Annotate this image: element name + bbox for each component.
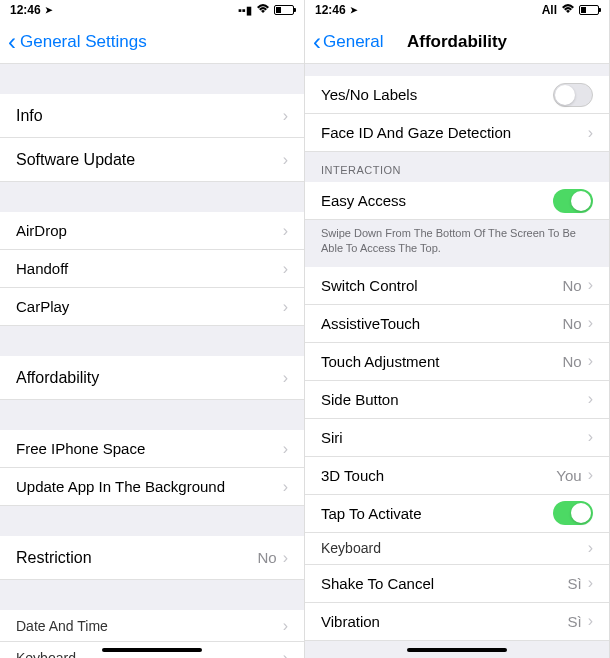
row-value: No <box>257 549 276 566</box>
toggle-easy-access[interactable] <box>553 189 593 213</box>
row-label: Siri <box>321 429 588 446</box>
row-assistive-touch[interactable]: AssistiveTouch No › <box>305 305 609 343</box>
back-button[interactable]: ‹ General Settings <box>8 28 147 56</box>
location-icon: ➤ <box>350 5 358 15</box>
row-label: CarPlay <box>16 298 283 315</box>
row-label: Free IPhone Space <box>16 440 283 457</box>
row-label: 3D Touch <box>321 467 556 484</box>
row-label: AssistiveTouch <box>321 315 562 332</box>
row-info[interactable]: Info › <box>0 94 304 138</box>
chevron-right-icon: › <box>283 549 288 567</box>
row-carplay[interactable]: CarPlay › <box>0 288 304 326</box>
chevron-left-icon: ‹ <box>313 28 321 56</box>
content-scroll[interactable]: Info › Software Update › AirDrop › Hando… <box>0 64 304 658</box>
row-software-update[interactable]: Software Update › <box>0 138 304 182</box>
chevron-right-icon: › <box>588 124 593 142</box>
chevron-right-icon: › <box>283 440 288 458</box>
row-label: Touch Adjustment <box>321 353 562 370</box>
chevron-right-icon: › <box>588 352 593 370</box>
row-label: Vibration <box>321 613 567 630</box>
row-tap-to-activate[interactable]: Tap To Activate <box>305 495 609 533</box>
row-label: Face ID And Gaze Detection <box>321 124 588 141</box>
screen-affordability: 12:46 ➤ All ‹ General Affordability Yes/… <box>305 0 610 658</box>
back-button[interactable]: ‹ General <box>313 28 383 56</box>
location-icon: ➤ <box>45 5 53 15</box>
footer-easy-access: Swipe Down From The Bottom Of The Screen… <box>305 220 609 267</box>
carrier-text: All <box>542 3 557 17</box>
signal-icon: ▪▪▮ <box>238 4 252 17</box>
row-shake-to-cancel[interactable]: Shake To Cancel Sì › <box>305 565 609 603</box>
chevron-right-icon: › <box>588 612 593 630</box>
nav-header: ‹ General Affordability <box>305 20 609 64</box>
chevron-right-icon: › <box>283 298 288 316</box>
row-value: You <box>556 467 581 484</box>
row-label: Tap To Activate <box>321 505 553 522</box>
row-face-id[interactable]: Face ID And Gaze Detection › <box>305 114 609 152</box>
screen-general-settings: 12:46 ➤ ▪▪▮ ‹ General Settings Info › So… <box>0 0 305 658</box>
row-label: Easy Access <box>321 192 553 209</box>
row-value: No <box>562 353 581 370</box>
chevron-right-icon: › <box>283 617 288 635</box>
row-label: AirDrop <box>16 222 283 239</box>
chevron-right-icon: › <box>283 260 288 278</box>
row-date-time[interactable]: Date And Time › <box>0 610 304 642</box>
section-header-interaction: INTERACTION <box>305 152 609 182</box>
row-value: No <box>562 277 581 294</box>
status-bar: 12:46 ➤ All <box>305 0 609 20</box>
row-airdrop[interactable]: AirDrop › <box>0 212 304 250</box>
chevron-left-icon: ‹ <box>8 28 16 56</box>
home-indicator[interactable] <box>102 648 202 652</box>
row-label: Shake To Cancel <box>321 575 567 592</box>
row-value: No <box>562 315 581 332</box>
row-yes-no-labels[interactable]: Yes/No Labels <box>305 76 609 114</box>
row-value: Sì <box>567 613 581 630</box>
chevron-right-icon: › <box>283 478 288 496</box>
chevron-right-icon: › <box>283 222 288 240</box>
row-label: Affordability <box>16 369 283 387</box>
row-label: Update App In The Background <box>16 478 283 495</box>
chevron-right-icon: › <box>588 539 593 557</box>
chevron-right-icon: › <box>588 390 593 408</box>
nav-title: Affordability <box>407 32 507 52</box>
row-siri[interactable]: Siri › <box>305 419 609 457</box>
row-label: Date And Time <box>16 618 283 634</box>
content-scroll[interactable]: Yes/No Labels Face ID And Gaze Detection… <box>305 64 609 658</box>
chevron-right-icon: › <box>588 314 593 332</box>
wifi-icon <box>561 3 575 17</box>
chevron-right-icon: › <box>283 369 288 387</box>
row-label: Side Button <box>321 391 588 408</box>
toggle-yes-no[interactable] <box>553 83 593 107</box>
row-label: Switch Control <box>321 277 562 294</box>
row-handoff[interactable]: Handoff › <box>0 250 304 288</box>
back-label: General <box>323 32 383 52</box>
chevron-right-icon: › <box>588 428 593 446</box>
row-restriction[interactable]: Restriction No › <box>0 536 304 580</box>
row-vibration[interactable]: Vibration Sì › <box>305 603 609 641</box>
battery-icon <box>579 5 599 15</box>
row-switch-control[interactable]: Switch Control No › <box>305 267 609 305</box>
home-indicator[interactable] <box>407 648 507 652</box>
row-touch-adjustment[interactable]: Touch Adjustment No › <box>305 343 609 381</box>
row-side-button[interactable]: Side Button › <box>305 381 609 419</box>
row-label: Yes/No Labels <box>321 86 553 103</box>
battery-icon <box>274 5 294 15</box>
row-keyboard[interactable]: Keyboard › <box>305 533 609 565</box>
nav-title: General Settings <box>20 32 147 52</box>
chevron-right-icon: › <box>588 574 593 592</box>
row-update-background[interactable]: Update App In The Background › <box>0 468 304 506</box>
toggle-tap-activate[interactable] <box>553 501 593 525</box>
row-free-space[interactable]: Free IPhone Space › <box>0 430 304 468</box>
row-3d-touch[interactable]: 3D Touch You › <box>305 457 609 495</box>
row-label: Handoff <box>16 260 283 277</box>
chevron-right-icon: › <box>588 466 593 484</box>
row-easy-access[interactable]: Easy Access <box>305 182 609 220</box>
chevron-right-icon: › <box>283 107 288 125</box>
row-label: Software Update <box>16 151 283 169</box>
row-affordability[interactable]: Affordability › <box>0 356 304 400</box>
status-time: 12:46 <box>10 3 41 17</box>
row-label: Info <box>16 107 283 125</box>
row-label: Restriction <box>16 549 257 567</box>
chevron-right-icon: › <box>588 276 593 294</box>
chevron-right-icon: › <box>283 151 288 169</box>
status-bar: 12:46 ➤ ▪▪▮ <box>0 0 304 20</box>
